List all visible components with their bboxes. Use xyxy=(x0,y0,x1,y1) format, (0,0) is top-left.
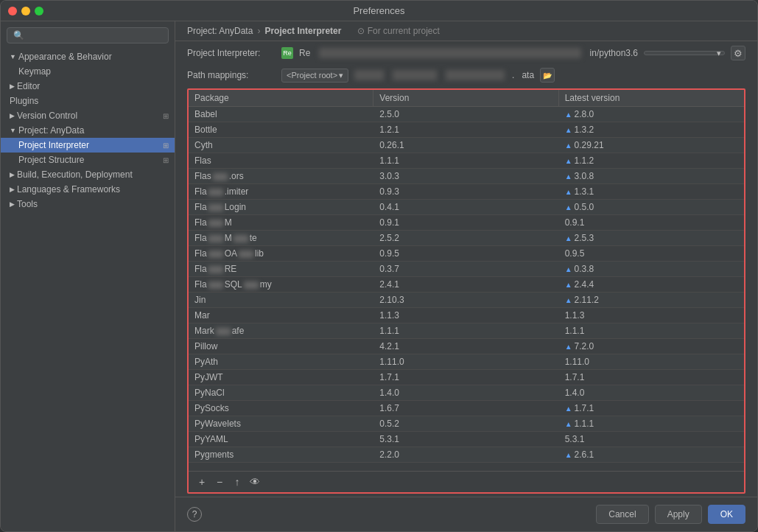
preferences-window: Preferences 🔍 ▼ Appearance & Behavior Ke… xyxy=(0,0,758,532)
table-row[interactable]: PyJWT1.7.11.7.1 xyxy=(189,370,744,385)
sidebar-item-tools[interactable]: ▶ Tools xyxy=(1,197,175,211)
package-name-cell: PyWavelets xyxy=(189,416,373,431)
table-row[interactable]: Bottle1.2.1▲ 1.3.2 xyxy=(189,122,744,138)
table-row[interactable]: FlaRE0.3.7▲ 0.3.8 xyxy=(189,262,744,277)
apply-button[interactable]: Apply xyxy=(655,505,702,524)
version-cell: 0.9.5 xyxy=(373,246,558,261)
sidebar-item-label: Appearance & Behavior xyxy=(18,52,112,62)
sidebar-item-languages-frameworks[interactable]: ▶ Languages & Frameworks xyxy=(1,182,175,197)
table-row[interactable]: Flas1.1.1▲ 1.1.2 xyxy=(189,153,744,169)
package-name-cell: Bottle xyxy=(189,122,373,137)
sidebar-item-project-interpreter[interactable]: Project Interpreter ⊞ xyxy=(1,138,175,153)
package-name-cell: Flas xyxy=(189,153,373,168)
table-row[interactable]: PyYAML5.3.15.3.1 xyxy=(189,432,744,447)
latest-version-cell: ▲ 1.3.2 xyxy=(559,122,744,137)
latest-version-cell: 1.4.0 xyxy=(559,385,744,400)
vcs-icon: ⊞ xyxy=(163,112,169,120)
latest-version-cell: ▲ 2.4.4 xyxy=(559,277,744,292)
table-row[interactable]: Markafe1.1.11.1.1 xyxy=(189,323,744,339)
table-row[interactable]: Pillow4.2.1▲ 7.2.0 xyxy=(189,339,744,354)
table-row[interactable]: PyAth1.11.01.11.0 xyxy=(189,354,744,370)
latest-version-cell: ▲ 3.0.8 xyxy=(559,169,744,183)
table-row[interactable]: Mar1.1.31.1.3 xyxy=(189,308,744,323)
latest-version-cell: 1.11.0 xyxy=(559,354,744,369)
search-box[interactable]: 🔍 xyxy=(7,27,169,43)
ok-button[interactable]: OK xyxy=(708,505,745,524)
table-row[interactable]: Jin2.10.3▲ 2.11.2 xyxy=(189,293,744,308)
latest-version-cell: ▲ 1.3.1 xyxy=(559,184,744,199)
latest-version-cell: 0.9.1 xyxy=(559,215,744,230)
title-bar: Preferences xyxy=(1,1,757,21)
column-version: Version xyxy=(373,90,558,106)
gear-button[interactable]: ⚙ xyxy=(731,46,745,60)
update-arrow-icon: ▲ xyxy=(565,405,572,413)
update-arrow-icon: ▲ xyxy=(565,281,572,289)
table-row[interactable]: PySocks1.6.7▲ 1.7.1 xyxy=(189,401,744,416)
minimize-button[interactable] xyxy=(21,7,30,15)
update-arrow-icon: ▲ xyxy=(565,188,572,196)
table-row[interactable]: PyNaCl1.4.01.4.0 xyxy=(189,385,744,401)
project-root-button[interactable]: <Project root> ▾ xyxy=(281,69,348,83)
sidebar-item-version-control[interactable]: ▶ Version Control ⊞ xyxy=(1,108,175,123)
package-name-cell: FlaRE xyxy=(189,262,373,276)
path-row: Path mappings: <Project root> ▾ . ata 📂 xyxy=(175,65,757,85)
version-cell: 1.1.3 xyxy=(373,308,558,323)
latest-version-cell: 1.1.1 xyxy=(559,323,744,338)
table-row[interactable]: FlaM0.9.10.9.1 xyxy=(189,215,744,231)
table-row[interactable]: Pygments2.2.0▲ 2.6.1 xyxy=(189,447,744,463)
cancel-button[interactable]: Cancel xyxy=(596,505,648,524)
table-row[interactable]: FlaLogin0.4.1▲ 0.5.0 xyxy=(189,200,744,215)
table-row[interactable]: FlaSQLmy2.4.1▲ 2.4.4 xyxy=(189,277,744,293)
upgrade-package-button[interactable]: ↑ xyxy=(230,475,245,489)
settings-icon: ⊞ xyxy=(163,141,169,150)
sidebar-item-project-anydata[interactable]: ▼ Project: AnyData xyxy=(1,123,175,138)
show-packages-button[interactable]: 👁 xyxy=(248,475,262,489)
close-button[interactable] xyxy=(8,7,17,15)
latest-version-cell: 1.7.1 xyxy=(559,370,744,385)
structure-icon: ⊞ xyxy=(163,156,169,164)
add-package-button[interactable]: + xyxy=(194,475,209,489)
latest-version-cell: ▲ 0.29.21 xyxy=(559,138,744,153)
update-arrow-icon: ▲ xyxy=(565,157,572,165)
table-row[interactable]: Babel2.5.0▲ 2.8.0 xyxy=(189,107,744,122)
table-row[interactable]: Cyth0.26.1▲ 0.29.21 xyxy=(189,138,744,153)
table-row[interactable]: Fla.imiter0.9.3▲ 1.3.1 xyxy=(189,184,744,200)
table-toolbar: + − ↑ 👁 xyxy=(189,471,744,492)
arrow-icon: ▶ xyxy=(10,83,15,90)
sidebar-item-label: Project: AnyData xyxy=(18,125,84,136)
interpreter-label: Project Interpreter: xyxy=(187,48,276,58)
version-cell: 1.11.0 xyxy=(373,354,558,369)
table-row[interactable]: PyWavelets0.5.2▲ 1.1.1 xyxy=(189,416,744,432)
latest-version-cell: ▲ 2.11.2 xyxy=(559,293,744,307)
dropdown-arrow-icon: ▾ xyxy=(717,49,721,58)
sidebar-item-label: Version Control xyxy=(17,111,77,121)
sidebar-item-keymap[interactable]: Keymap xyxy=(1,64,175,79)
sidebar-item-project-structure[interactable]: Project Structure ⊞ xyxy=(1,153,175,167)
sidebar-item-editor[interactable]: ▶ Editor xyxy=(1,79,175,94)
sidebar-item-plugins[interactable]: Plugins xyxy=(1,94,175,108)
package-name-cell: PyYAML xyxy=(189,432,373,447)
maximize-button[interactable] xyxy=(35,7,43,15)
version-cell: 1.6.7 xyxy=(373,401,558,416)
version-cell: 1.1.1 xyxy=(373,323,558,338)
latest-version-cell: ▲ 7.2.0 xyxy=(559,339,744,354)
latest-version-cell: ▲ 0.5.0 xyxy=(559,200,744,214)
breadcrumb-arrow: › xyxy=(257,26,260,36)
sidebar-item-appearance-behavior[interactable]: ▼ Appearance & Behavior xyxy=(1,49,175,64)
table-row[interactable]: FlaMte2.5.2▲ 2.5.3 xyxy=(189,231,744,246)
package-name-cell: Pygments xyxy=(189,447,373,462)
sidebar-item-build-execution[interactable]: ▶ Build, Execution, Deployment xyxy=(1,167,175,182)
package-name-cell: FlaMte xyxy=(189,231,373,245)
path-browse-button[interactable]: 📂 xyxy=(540,68,555,83)
version-cell: 1.1.1 xyxy=(373,153,558,168)
latest-version-cell: 0.9.5 xyxy=(559,246,744,261)
remove-package-button[interactable]: − xyxy=(212,475,227,489)
table-row[interactable]: FlaOAlib0.9.50.9.5 xyxy=(189,246,744,262)
sidebar-item-label: Languages & Frameworks xyxy=(17,184,120,195)
help-button[interactable]: ? xyxy=(187,507,202,522)
breadcrumb: Project: AnyData › Project Interpreter ⊙… xyxy=(175,21,757,41)
update-arrow-icon: ▲ xyxy=(565,203,572,211)
table-row[interactable]: Flas.ors3.0.3▲ 3.0.8 xyxy=(189,169,744,184)
search-input[interactable] xyxy=(27,30,162,41)
interpreter-dropdown[interactable]: ▾ xyxy=(644,51,725,55)
